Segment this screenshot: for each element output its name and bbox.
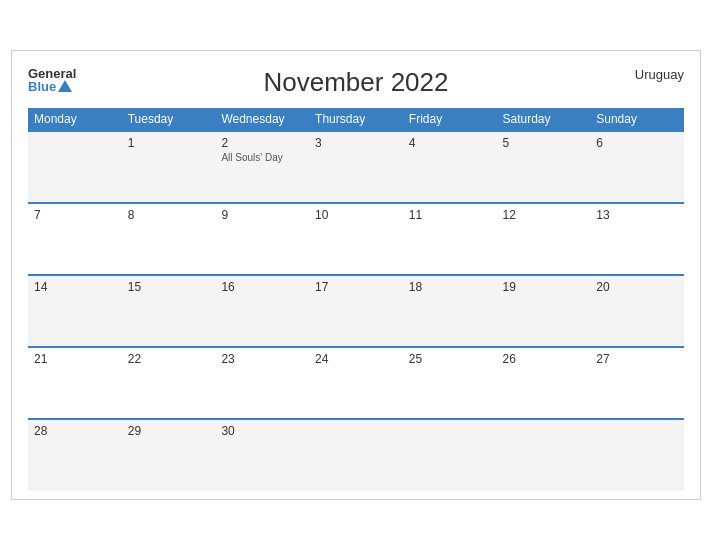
calendar-cell bbox=[403, 419, 497, 491]
calendar-cell: 1 bbox=[122, 131, 216, 203]
calendar-cell: 10 bbox=[309, 203, 403, 275]
day-number: 24 bbox=[315, 352, 397, 366]
week-row-1: 12All Souls' Day3456 bbox=[28, 131, 684, 203]
logo: General Blue bbox=[28, 67, 76, 93]
calendar-cell: 12 bbox=[497, 203, 591, 275]
day-number: 10 bbox=[315, 208, 397, 222]
week-row-4: 21222324252627 bbox=[28, 347, 684, 419]
calendar-cell: 19 bbox=[497, 275, 591, 347]
day-number: 26 bbox=[503, 352, 585, 366]
weekday-header-monday: Monday bbox=[28, 108, 122, 131]
day-number: 16 bbox=[221, 280, 303, 294]
day-number: 12 bbox=[503, 208, 585, 222]
day-number: 15 bbox=[128, 280, 210, 294]
calendar-table: MondayTuesdayWednesdayThursdayFridaySatu… bbox=[28, 108, 684, 491]
calendar-cell: 2All Souls' Day bbox=[215, 131, 309, 203]
calendar-header: General Blue November 2022 Uruguay bbox=[28, 67, 684, 98]
country-label: Uruguay bbox=[635, 67, 684, 82]
calendar-cell: 16 bbox=[215, 275, 309, 347]
calendar-cell: 23 bbox=[215, 347, 309, 419]
calendar-cell: 28 bbox=[28, 419, 122, 491]
calendar-cell: 20 bbox=[590, 275, 684, 347]
day-number: 27 bbox=[596, 352, 678, 366]
weekday-header-sunday: Sunday bbox=[590, 108, 684, 131]
calendar-container: General Blue November 2022 Uruguay Monda… bbox=[11, 50, 701, 500]
day-number: 7 bbox=[34, 208, 116, 222]
weekday-header-tuesday: Tuesday bbox=[122, 108, 216, 131]
day-number: 28 bbox=[34, 424, 116, 438]
day-number: 23 bbox=[221, 352, 303, 366]
day-number: 8 bbox=[128, 208, 210, 222]
calendar-cell bbox=[28, 131, 122, 203]
calendar-cell: 22 bbox=[122, 347, 216, 419]
calendar-cell: 3 bbox=[309, 131, 403, 203]
calendar-header-row: MondayTuesdayWednesdayThursdayFridaySatu… bbox=[28, 108, 684, 131]
day-number: 19 bbox=[503, 280, 585, 294]
calendar-cell: 27 bbox=[590, 347, 684, 419]
day-number: 1 bbox=[128, 136, 210, 150]
day-number: 17 bbox=[315, 280, 397, 294]
day-number: 4 bbox=[409, 136, 491, 150]
calendar-cell: 25 bbox=[403, 347, 497, 419]
calendar-cell bbox=[497, 419, 591, 491]
day-number: 14 bbox=[34, 280, 116, 294]
calendar-cell: 15 bbox=[122, 275, 216, 347]
weekday-header-friday: Friday bbox=[403, 108, 497, 131]
logo-blue-text: Blue bbox=[28, 80, 76, 93]
calendar-cell: 17 bbox=[309, 275, 403, 347]
day-number: 29 bbox=[128, 424, 210, 438]
day-number: 22 bbox=[128, 352, 210, 366]
calendar-cell: 29 bbox=[122, 419, 216, 491]
day-number: 6 bbox=[596, 136, 678, 150]
calendar-cell: 18 bbox=[403, 275, 497, 347]
calendar-cell: 6 bbox=[590, 131, 684, 203]
calendar-cell: 9 bbox=[215, 203, 309, 275]
calendar-cell: 26 bbox=[497, 347, 591, 419]
week-row-5: 282930 bbox=[28, 419, 684, 491]
weekday-header-wednesday: Wednesday bbox=[215, 108, 309, 131]
day-number: 20 bbox=[596, 280, 678, 294]
day-number: 18 bbox=[409, 280, 491, 294]
day-number: 30 bbox=[221, 424, 303, 438]
week-row-2: 78910111213 bbox=[28, 203, 684, 275]
calendar-cell: 30 bbox=[215, 419, 309, 491]
calendar-cell: 5 bbox=[497, 131, 591, 203]
day-number: 13 bbox=[596, 208, 678, 222]
calendar-cell: 7 bbox=[28, 203, 122, 275]
calendar-cell: 14 bbox=[28, 275, 122, 347]
day-number: 21 bbox=[34, 352, 116, 366]
calendar-cell bbox=[309, 419, 403, 491]
calendar-cell: 11 bbox=[403, 203, 497, 275]
day-number: 25 bbox=[409, 352, 491, 366]
calendar-cell bbox=[590, 419, 684, 491]
day-number: 11 bbox=[409, 208, 491, 222]
day-number: 5 bbox=[503, 136, 585, 150]
weekday-header-row: MondayTuesdayWednesdayThursdayFridaySatu… bbox=[28, 108, 684, 131]
weekday-header-saturday: Saturday bbox=[497, 108, 591, 131]
calendar-cell: 4 bbox=[403, 131, 497, 203]
day-number: 3 bbox=[315, 136, 397, 150]
logo-triangle-icon bbox=[58, 80, 72, 92]
day-number: 9 bbox=[221, 208, 303, 222]
calendar-cell: 24 bbox=[309, 347, 403, 419]
event-label: All Souls' Day bbox=[221, 152, 303, 163]
calendar-cell: 8 bbox=[122, 203, 216, 275]
week-row-3: 14151617181920 bbox=[28, 275, 684, 347]
calendar-cell: 13 bbox=[590, 203, 684, 275]
weekday-header-thursday: Thursday bbox=[309, 108, 403, 131]
month-title: November 2022 bbox=[264, 67, 449, 98]
calendar-cell: 21 bbox=[28, 347, 122, 419]
calendar-body: 12All Souls' Day345678910111213141516171… bbox=[28, 131, 684, 491]
day-number: 2 bbox=[221, 136, 303, 150]
